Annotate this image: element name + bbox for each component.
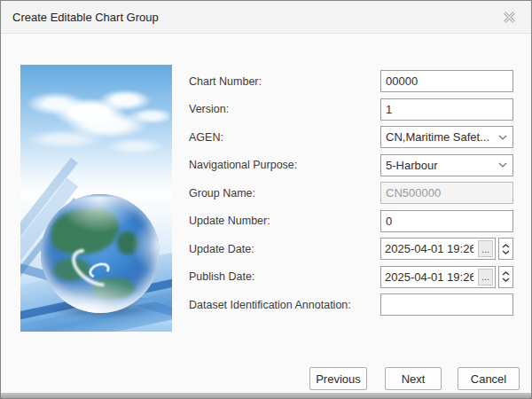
agen-select-value: CN,Maritime Safet...: [386, 130, 489, 144]
form-row-version: Version:: [189, 98, 513, 121]
field-label: Version:: [189, 103, 380, 115]
field-label: AGEN:: [189, 131, 380, 144]
navigational-purpose-select-value: 5-Harbour: [386, 159, 438, 172]
update-date-box: ...: [380, 238, 496, 260]
update-date-ellipsis-button[interactable]: ...: [478, 240, 493, 257]
spinner-up-icon: [502, 271, 510, 276]
update-date-input[interactable]: [381, 239, 473, 259]
chevron-down-icon: [498, 135, 507, 140]
field-label: Dataset Identification Annotation:: [189, 299, 380, 311]
chart-number-input[interactable]: [380, 70, 513, 92]
close-icon: [503, 11, 516, 24]
form-row-chart-number: Chart Number:: [189, 70, 513, 92]
field-label: Chart Number:: [189, 75, 380, 88]
chevron-down-icon: [498, 162, 507, 168]
agen-select[interactable]: CN,Maritime Safet...: [380, 126, 513, 148]
publish-date-input[interactable]: [381, 267, 473, 287]
form-row-group-name: Group Name:: [189, 182, 513, 204]
form-row-navigational-purpose: Navigational Purpose: 5-Harbour: [189, 154, 513, 176]
form-row-dataset-identification-annotation: Dataset Identification Annotation:: [189, 293, 513, 316]
chart-group-form: Chart Number: Version: AGEN: CN,Maritime…: [189, 70, 513, 322]
dataset-identification-annotation-input[interactable]: [380, 293, 513, 316]
create-editable-chart-group-dialog: Create Editable Chart Group: [0, 0, 532, 399]
publish-date-editor: ...: [380, 266, 513, 288]
cancel-button[interactable]: Cancel: [458, 367, 520, 390]
form-row-publish-date: Publish Date: ...: [189, 266, 513, 288]
form-row-agen: AGEN: CN,Maritime Safet...: [189, 126, 513, 148]
update-date-editor: ...: [380, 238, 513, 260]
publish-date-box: ...: [380, 266, 496, 288]
version-input[interactable]: [380, 98, 513, 121]
publish-date-spinner[interactable]: [498, 266, 513, 288]
spinner-down-icon: [502, 250, 510, 254]
update-number-input[interactable]: [380, 210, 513, 232]
globe-gloss-highlight: [55, 196, 144, 233]
field-label: Publish Date:: [189, 270, 380, 283]
field-label: Group Name:: [189, 187, 380, 200]
cloud: [20, 123, 172, 164]
titlebar: Create Editable Chart Group: [1, 1, 531, 34]
publish-date-ellipsis-button[interactable]: ...: [478, 269, 493, 286]
earth-globe-artwork: [20, 65, 172, 332]
form-row-update-date: Update Date: ...: [189, 238, 513, 260]
previous-button[interactable]: Previous: [309, 367, 367, 390]
window-bottom-edge: [1, 393, 531, 398]
next-button[interactable]: Next: [385, 367, 442, 390]
field-label: Update Date:: [189, 243, 380, 255]
navigational-purpose-select[interactable]: 5-Harbour: [380, 154, 513, 176]
field-label: Update Number:: [189, 215, 380, 227]
form-row-update-number: Update Number:: [189, 210, 513, 232]
spinner-down-icon: [502, 278, 510, 282]
spinner-up-icon: [502, 244, 510, 248]
update-date-spinner[interactable]: [498, 238, 513, 260]
dialog-title: Create Editable Chart Group: [12, 11, 500, 24]
close-button[interactable]: [500, 8, 518, 26]
glass-globe: [41, 194, 160, 313]
field-label: Navigational Purpose:: [189, 159, 380, 171]
group-name-input: [380, 182, 513, 204]
